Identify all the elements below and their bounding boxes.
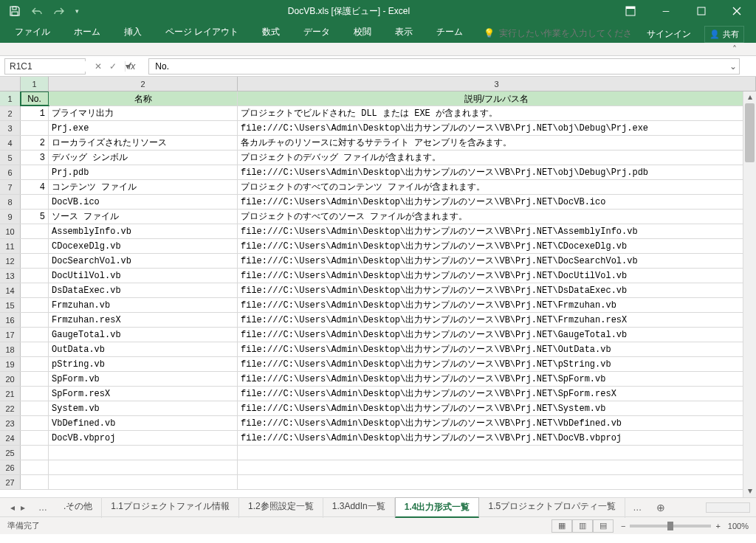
fx-icon[interactable]: fx <box>124 61 140 72</box>
scroll-up-icon[interactable]: ▴ <box>743 91 756 103</box>
cell[interactable]: プロジェクトのすべてのコンテンツ ファイルが含まれます。 <box>238 180 756 194</box>
cell[interactable]: DocSearchVol.vb <box>49 254 238 268</box>
sheet-tab[interactable]: 1.1プロジェクトファイル情報 <box>102 497 239 518</box>
cell[interactable]: 説明/フルパス名 <box>238 91 756 106</box>
scroll-thumb[interactable] <box>745 103 755 162</box>
zoom-out-icon[interactable]: − <box>621 522 625 530</box>
name-box[interactable]: ▾ <box>4 58 86 75</box>
ribbon-tab[interactable]: チーム <box>427 23 472 43</box>
minimize-button[interactable]: ─ <box>654 0 678 22</box>
cell[interactable]: DsDataExec.vb <box>49 283 238 297</box>
cell[interactable]: デバッグ シンボル <box>49 151 238 165</box>
sign-in-link[interactable]: サインイン <box>647 28 691 41</box>
cell[interactable]: プロジェクトのすべてのソース ファイルが含まれます。 <box>238 210 756 224</box>
row-header[interactable]: 6 <box>0 165 21 179</box>
row-header[interactable]: 22 <box>0 401 21 415</box>
enter-icon[interactable]: ✓ <box>109 61 117 72</box>
cell[interactable]: 名称 <box>49 91 238 106</box>
zoom-track[interactable] <box>630 525 711 528</box>
tabs-overflow-left-icon[interactable]: … <box>31 502 55 513</box>
cell[interactable]: file:///C:\Users\Admin\Desktop\出力サンプルのソー… <box>238 357 756 371</box>
cell[interactable]: コンテンツ ファイル <box>49 180 238 194</box>
row-header[interactable]: 19 <box>0 357 21 371</box>
row-header[interactable]: 17 <box>0 328 21 342</box>
row-header[interactable]: 5 <box>0 151 21 165</box>
grid-body[interactable]: 1No.名称説明/フルパス名21プライマリ出力プロジェクトでビルドされた DLL… <box>0 91 756 496</box>
row-header[interactable]: 10 <box>0 224 21 238</box>
cell[interactable]: file:///C:\Users\Admin\Desktop\出力サンプルのソー… <box>238 401 756 415</box>
cell[interactable] <box>21 446 49 460</box>
cell[interactable]: ソース ファイル <box>49 210 238 224</box>
row-header[interactable]: 23 <box>0 416 21 430</box>
view-normal-icon[interactable]: ▦ <box>551 519 572 533</box>
row-header[interactable]: 18 <box>0 342 21 356</box>
column-header[interactable]: 1 <box>21 77 49 91</box>
cell[interactable]: file:///C:\Users\Admin\Desktop\出力サンプルのソー… <box>238 165 756 179</box>
ribbon-tab[interactable]: データ <box>295 23 339 43</box>
vertical-scrollbar[interactable]: ▴ ▾ <box>743 91 756 497</box>
view-page-break-icon[interactable]: ▤ <box>593 519 614 533</box>
row-header[interactable]: 24 <box>0 431 21 445</box>
row-header[interactable]: 26 <box>0 460 21 474</box>
zoom-slider[interactable]: − + <box>621 522 721 530</box>
row-header[interactable]: 12 <box>0 254 21 268</box>
cell[interactable]: file:///C:\Users\Admin\Desktop\出力サンプルのソー… <box>238 416 756 430</box>
view-page-layout-icon[interactable]: ▥ <box>572 519 593 533</box>
cell[interactable]: プロジェクトのデバッグ ファイルが含まれます。 <box>238 151 756 165</box>
cell[interactable]: No. <box>21 91 49 106</box>
select-all-corner[interactable] <box>0 77 21 91</box>
sheet-tab[interactable]: 1.3AddIn一覧 <box>323 497 395 518</box>
cell[interactable] <box>21 283 49 297</box>
cell[interactable] <box>21 475 49 489</box>
cell[interactable] <box>21 224 49 238</box>
cell[interactable] <box>238 446 756 460</box>
cell[interactable] <box>21 357 49 371</box>
zoom-in-icon[interactable]: + <box>715 522 720 530</box>
cell[interactable]: file:///C:\Users\Admin\Desktop\出力サンプルのソー… <box>238 283 756 297</box>
cell[interactable]: file:///C:\Users\Admin\Desktop\出力サンプルのソー… <box>238 254 756 268</box>
cell[interactable]: VbDefined.vb <box>49 416 238 430</box>
redo-icon[interactable] <box>53 7 65 15</box>
cell[interactable] <box>21 431 49 445</box>
cell[interactable] <box>21 416 49 430</box>
cell[interactable] <box>49 460 238 474</box>
cell[interactable]: GaugeTotal.vb <box>49 328 238 342</box>
cell[interactable] <box>21 387 49 401</box>
ribbon-tab[interactable]: ホーム <box>65 23 109 43</box>
cell[interactable] <box>21 401 49 415</box>
row-header[interactable]: 14 <box>0 283 21 297</box>
tab-nav-prev-icon[interactable]: ◂ <box>10 502 15 513</box>
cell[interactable] <box>49 475 238 489</box>
zoom-thumb[interactable] <box>667 522 673 530</box>
cell[interactable]: プロジェクトでビルドされた DLL または EXE が含まれます。 <box>238 106 756 120</box>
undo-icon[interactable] <box>31 7 43 15</box>
cell[interactable] <box>21 460 49 474</box>
cell[interactable]: file:///C:\Users\Admin\Desktop\出力サンプルのソー… <box>238 195 756 209</box>
cell[interactable]: 4 <box>21 180 49 194</box>
sheet-tab[interactable]: 1.2参照設定一覧 <box>239 497 323 518</box>
cell[interactable]: System.vb <box>49 401 238 415</box>
cell[interactable] <box>49 446 238 460</box>
cell[interactable]: AssemblyInfo.vb <box>49 224 238 238</box>
cell[interactable] <box>21 165 49 179</box>
cell[interactable]: SpForm.vb <box>49 372 238 386</box>
cell[interactable] <box>21 269 49 283</box>
sheet-tab[interactable]: .その他 <box>55 497 102 518</box>
cell[interactable]: 3 <box>21 151 49 165</box>
tab-nav-next-icon[interactable]: ▸ <box>21 502 25 513</box>
cell[interactable] <box>238 460 756 474</box>
cell[interactable]: file:///C:\Users\Admin\Desktop\出力サンプルのソー… <box>238 269 756 283</box>
sheet-tab[interactable]: 1.4出力形式一覧 <box>395 497 480 518</box>
cell[interactable]: Frmzuhan.resX <box>49 313 238 327</box>
cell[interactable] <box>21 313 49 327</box>
cell[interactable]: 1 <box>21 106 49 120</box>
share-button[interactable]: 👤 共有 <box>704 26 744 43</box>
ribbon-tab[interactable]: 挿入 <box>115 23 151 43</box>
tab-nav[interactable]: ◂▸ <box>4 502 31 513</box>
add-sheet-button[interactable]: ⊕ <box>649 502 673 513</box>
cell[interactable]: 2 <box>21 136 49 150</box>
row-header[interactable]: 7 <box>0 180 21 194</box>
cell[interactable]: DocVB.ico <box>49 195 238 209</box>
cell[interactable]: CDocexeDlg.vb <box>49 239 238 253</box>
row-header[interactable]: 9 <box>0 210 21 224</box>
